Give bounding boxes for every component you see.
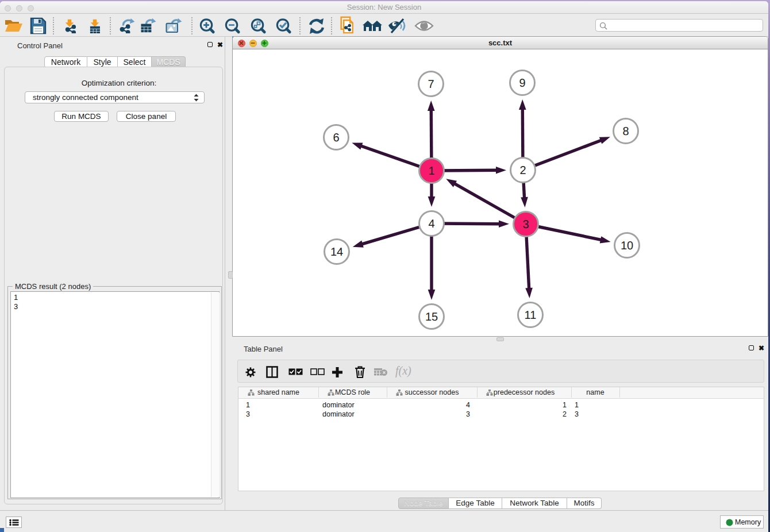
svg-text:1: 1 xyxy=(428,165,434,178)
svg-text:6: 6 xyxy=(333,132,339,144)
svg-text:3: 3 xyxy=(522,218,529,231)
svg-text:7: 7 xyxy=(428,78,434,91)
svg-text:9: 9 xyxy=(519,77,525,90)
svg-text:8: 8 xyxy=(622,125,629,138)
svg-text:10: 10 xyxy=(621,240,633,252)
svg-text:14: 14 xyxy=(330,246,343,259)
svg-text:4: 4 xyxy=(428,218,434,230)
svg-text:2: 2 xyxy=(519,164,526,177)
svg-text:11: 11 xyxy=(525,309,537,322)
svg-text:15: 15 xyxy=(425,311,438,323)
